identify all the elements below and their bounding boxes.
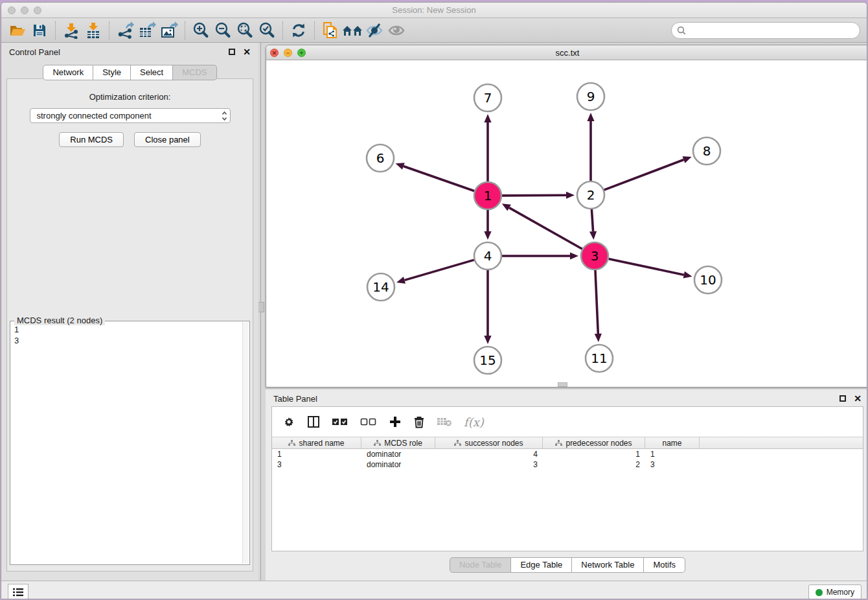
graph-arrowhead [587, 113, 594, 121]
zoom-in-button[interactable] [190, 20, 212, 41]
main-toolbar [1, 18, 867, 43]
mcds-result-scrollbar[interactable] [242, 322, 249, 564]
open-session-button[interactable] [6, 20, 29, 41]
graph-arrowhead [484, 114, 491, 122]
graph-edge-2-8[interactable] [604, 159, 684, 190]
hide-selected-button[interactable] [363, 20, 385, 41]
toolbar-separator [314, 21, 315, 40]
tab-select[interactable]: Select [131, 65, 173, 80]
select-all-columns-button[interactable] [332, 417, 348, 426]
graph-node-label: 2 [587, 187, 595, 203]
delete-table-button[interactable] [437, 417, 452, 427]
graph-node-3[interactable]: 3 [581, 242, 608, 270]
zoom-selected-button[interactable] [256, 20, 278, 41]
network-minimize-button[interactable]: − [284, 49, 292, 57]
tab-motifs[interactable]: Motifs [644, 557, 685, 573]
search-input[interactable] [671, 22, 860, 39]
new-network-from-selection-button[interactable] [319, 20, 341, 41]
graph-node-8[interactable]: 8 [693, 137, 720, 165]
column-header-shared-name[interactable]: shared name [272, 437, 361, 448]
column-header-name[interactable]: name [645, 437, 700, 448]
zoom-selected-icon [258, 21, 276, 40]
graph-node-11[interactable]: 11 [586, 345, 613, 372]
import-network-button[interactable] [60, 20, 82, 41]
column-header-successor-nodes[interactable]: successor nodes [435, 437, 543, 448]
zoom-fit-button[interactable] [234, 20, 256, 41]
float-table-panel-icon[interactable] [839, 395, 846, 402]
memory-label: Memory [827, 588, 854, 597]
first-neighbors-button[interactable] [341, 20, 363, 41]
graph-node-7[interactable]: 7 [474, 84, 501, 111]
mcds-result-text[interactable]: 1 3 [11, 322, 242, 564]
table-row[interactable]: 3dominator323 [272, 459, 863, 470]
optimization-criterion-label: Optimization criterion: [7, 92, 253, 102]
window-minimize-button[interactable] [21, 6, 29, 14]
control-panel-title: Control Panel [9, 47, 229, 57]
attribute-type-icon [555, 440, 562, 446]
task-history-button[interactable] [8, 584, 29, 599]
graph-node-10[interactable]: 10 [694, 266, 722, 294]
tab-mcds[interactable]: MCDS [173, 65, 216, 80]
search-box [671, 22, 860, 39]
tab-node-table[interactable]: Node Table [450, 557, 512, 573]
table-settings-button[interactable] [282, 415, 295, 428]
table-cell: 1 [543, 450, 645, 459]
graph-edge-3-10[interactable] [609, 259, 684, 275]
node-table: f(x) shared nameMCDS rolesuccessor nodes… [271, 406, 863, 551]
tab-network[interactable]: Network [43, 65, 93, 80]
toolbar-separator [55, 21, 56, 40]
graph-node-15[interactable]: 15 [474, 347, 501, 374]
graph-edge-3-1[interactable] [509, 208, 582, 249]
zoom-in-icon [192, 21, 210, 40]
table-cell: 3 [435, 460, 543, 469]
refresh-layout-button[interactable] [288, 20, 310, 41]
export-table-button[interactable] [136, 20, 158, 41]
tab-style[interactable]: Style [93, 65, 131, 80]
column-header-MCDS-role[interactable]: MCDS role [361, 437, 435, 448]
network-maximize-button[interactable]: + [297, 49, 306, 57]
optimization-criterion-select[interactable]: strongly connected component [30, 108, 231, 123]
graph-edge-1-6[interactable] [404, 167, 474, 191]
close-panel-button[interactable]: Close panel [134, 132, 201, 147]
close-panel-icon[interactable]: ✕ [243, 47, 251, 56]
show-column-panel-button[interactable] [307, 415, 320, 428]
unselect-all-columns-button[interactable] [360, 417, 377, 426]
graph-node-2[interactable]: 2 [577, 181, 604, 209]
network-canvas[interactable]: 7968124314101511 [266, 60, 867, 387]
float-panel-icon[interactable] [229, 49, 235, 55]
save-session-button[interactable] [29, 20, 51, 41]
graph-node-9[interactable]: 9 [577, 83, 604, 110]
graph-node-label: 7 [484, 90, 492, 106]
graph-edge-1-2[interactable] [502, 195, 566, 196]
import-table-button[interactable] [82, 20, 104, 41]
column-header-predecessor-nodes[interactable]: predecessor nodes [543, 437, 645, 448]
graph-arrowhead [595, 334, 602, 342]
window-close-button[interactable] [8, 6, 16, 14]
graph-arrowhead [683, 271, 692, 279]
graph-node-14[interactable]: 14 [367, 273, 394, 301]
graph-node-1[interactable]: 1 [474, 182, 501, 209]
function-builder-button[interactable]: f(x) [464, 415, 484, 429]
network-close-button[interactable]: ✕ [270, 49, 279, 57]
graph-node-6[interactable]: 6 [367, 144, 394, 172]
show-all-button[interactable] [385, 20, 407, 41]
graph-edge-3-11[interactable] [595, 270, 598, 334]
export-image-button[interactable] [158, 20, 180, 41]
table-row[interactable]: 1dominator411 [272, 449, 863, 459]
tab-network-table[interactable]: Network Table [572, 557, 644, 573]
window-zoom-button[interactable] [34, 6, 41, 14]
zoom-out-button[interactable] [212, 20, 234, 41]
graph-edge-4-14[interactable] [404, 260, 474, 280]
graph-node-4[interactable]: 4 [474, 242, 501, 270]
export-network-button[interactable] [114, 20, 136, 41]
graph-arrowhead [589, 231, 597, 240]
network-view-titlebar[interactable]: ✕ − + scc.txt [266, 45, 867, 60]
network-splitter-handle[interactable] [558, 382, 567, 387]
delete-row-button[interactable] [413, 415, 425, 428]
run-mcds-button[interactable]: Run MCDS [59, 132, 124, 147]
tab-edge-table[interactable]: Edge Table [511, 557, 572, 573]
graph-edge-2-3[interactable] [591, 209, 593, 231]
close-table-panel-icon[interactable]: ✕ [854, 394, 862, 403]
memory-button[interactable]: Memory [808, 584, 862, 599]
add-row-button[interactable] [389, 415, 402, 428]
